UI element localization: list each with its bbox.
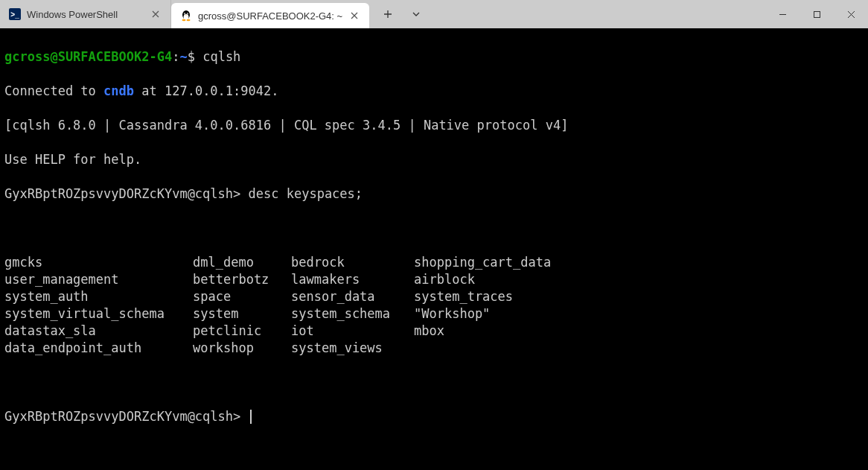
- prompt-sep: :: [172, 49, 179, 64]
- prompt-path: ~: [179, 49, 187, 64]
- svg-point-1: [184, 14, 189, 20]
- keyspace-name: system_schema: [291, 305, 414, 323]
- keyspace-name: bedrock: [291, 254, 414, 271]
- keyspace-name: gmcks: [4, 254, 193, 271]
- keyspace-row: datastax_slapetcliniciotmbox: [4, 323, 864, 340]
- prompt-user-host: gcross@SURFACEBOOK2-G4: [4, 49, 172, 64]
- terminal-line: Use HELP for help.: [4, 151, 864, 168]
- tab-dropdown-button[interactable]: [403, 1, 429, 27]
- keyspace-name: sensor_data: [291, 288, 414, 305]
- close-icon[interactable]: [150, 8, 162, 20]
- keyspace-row: system_virtual_schemasystemsystem_schema…: [4, 305, 864, 323]
- keyspace-name: data_endpoint_auth: [4, 340, 193, 357]
- maximize-button[interactable]: [800, 0, 834, 28]
- keyspace-row: gmcksdml_demobedrockshopping_cart_data: [4, 254, 864, 271]
- keyspace-name: workshop: [193, 340, 291, 357]
- keyspace-name: system_views: [291, 340, 414, 357]
- terminal-line: [4, 220, 864, 237]
- keyspace-row: system_authspacesensor_datasystem_traces: [4, 288, 864, 305]
- keyspace-name: system_auth: [4, 288, 193, 305]
- terminal-line: [4, 374, 864, 391]
- minimize-button[interactable]: [765, 0, 800, 28]
- keyspace-name: petclinic: [193, 323, 291, 340]
- command-text: desc keyspaces;: [249, 186, 363, 201]
- new-tab-button[interactable]: [375, 1, 401, 27]
- keyspace-name: mbox: [414, 323, 864, 340]
- terminal-line: GyxRBptROZpsvvyDORZcKYvm@cqlsh>: [4, 408, 864, 425]
- terminal-line: GyxRBptROZpsvvyDORZcKYvm@cqlsh> desc key…: [4, 185, 864, 203]
- titlebar: >_ Windows PowerShell gcross@SURFACEBOOK…: [0, 0, 868, 28]
- keyspace-name: system_traces: [414, 288, 864, 305]
- tab-powershell[interactable]: >_ Windows PowerShell: [0, 0, 171, 28]
- svg-point-7: [187, 19, 191, 21]
- command-text: cqlsh: [202, 49, 240, 64]
- keyspace-name: dml_demo: [193, 254, 291, 271]
- keyspace-name: system: [193, 305, 291, 323]
- keyspace-list: gmcksdml_demobedrockshopping_cart_dataus…: [4, 254, 864, 357]
- keyspace-name: iot: [291, 323, 414, 340]
- cursor: [250, 410, 252, 424]
- svg-point-4: [185, 13, 185, 14]
- keyspace-name: "Workshop": [414, 305, 864, 323]
- keyspace-name: lawmakers: [291, 271, 414, 288]
- tux-icon: [180, 10, 192, 22]
- keyspace-name: shopping_cart_data: [414, 254, 864, 271]
- keyspace-name: [414, 340, 864, 357]
- keyspace-row: user_managementbetterbotzlawmakersairblo…: [4, 271, 864, 288]
- cqlsh-prompt: GyxRBptROZpsvvyDORZcKYvm@cqlsh>: [4, 409, 240, 424]
- tab-linux-terminal[interactable]: gcross@SURFACEBOOK2-G4: ~: [171, 3, 369, 28]
- prompt-dollar: $: [188, 49, 195, 64]
- close-window-button[interactable]: [834, 0, 868, 28]
- keyspace-name: datastax_sla: [4, 323, 193, 340]
- keyspace-row: data_endpoint_authworkshopsystem_views: [4, 340, 864, 357]
- terminal-line: gcross@SURFACEBOOK2-G4:~$ cqlsh: [4, 48, 864, 66]
- keyspace-name: user_management: [4, 271, 193, 288]
- terminal-line: [cqlsh 6.8.0 | Cassandra 4.0.0.6816 | CQ…: [4, 117, 864, 134]
- terminal-line: Connected to cndb at 127.0.0.1:9042.: [4, 83, 864, 100]
- tab-title: gcross@SURFACEBOOK2-G4: ~: [198, 10, 342, 22]
- keyspace-name: system_virtual_schema: [4, 305, 193, 323]
- keyspace-name: airblock: [414, 271, 864, 288]
- cqlsh-prompt: GyxRBptROZpsvvyDORZcKYvm@cqlsh>: [4, 186, 240, 201]
- svg-point-5: [187, 13, 188, 14]
- svg-point-6: [182, 19, 186, 21]
- window-controls: [765, 0, 868, 28]
- svg-rect-8: [814, 11, 820, 17]
- cluster-name: cndb: [103, 83, 134, 98]
- close-icon[interactable]: [348, 10, 360, 22]
- tab-title: Windows PowerShell: [27, 9, 144, 20]
- powershell-icon: >_: [9, 8, 21, 20]
- terminal-output[interactable]: gcross@SURFACEBOOK2-G4:~$ cqlsh Connecte…: [0, 28, 868, 445]
- tab-actions: [369, 0, 429, 28]
- keyspace-name: space: [193, 288, 291, 305]
- keyspace-name: betterbotz: [193, 271, 291, 288]
